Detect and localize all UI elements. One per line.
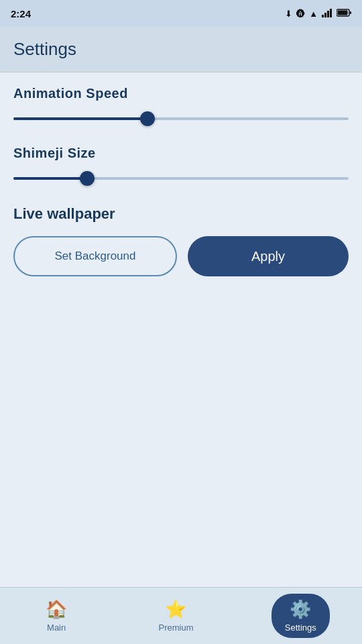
home-icon: 🏠 [46,599,67,620]
shimeji-size-thumb[interactable] [80,171,95,186]
svg-rect-1 [324,13,326,17]
download-icon: ⬇ [285,9,292,19]
gear-icon: ⚙️ [290,599,311,620]
shimeji-size-label: Shimeji Size [13,146,349,161]
battery-icon [337,9,351,19]
live-wallpaper-section: Live wallpaper Set Background Apply [13,205,349,276]
star-icon: ⭐ [165,599,186,620]
wallpaper-buttons-group: Set Background Apply [13,236,349,276]
nav-item-settings[interactable]: ⚙️ Settings [272,594,330,638]
shimeji-size-slider[interactable] [13,172,349,185]
svg-rect-5 [338,10,348,15]
status-bar: 2:24 ⬇ 🅐 ▲ [0,0,362,27]
wifi-icon: ▲ [309,9,318,19]
svg-rect-2 [327,11,329,17]
header: Settings [0,27,362,72]
page-title: Settings [13,39,76,59]
animation-speed-fill [13,117,147,120]
live-wallpaper-label: Live wallpaper [13,205,349,223]
svg-rect-0 [322,15,324,17]
bottom-navigation: 🏠 Main ⭐ Premium ⚙️ Settings [0,587,362,644]
animation-speed-label: Animation Speed [13,86,349,101]
nav-item-premium[interactable]: ⭐ Premium [145,594,206,638]
nav-label-settings: Settings [285,623,316,633]
animation-speed-thumb[interactable] [140,111,155,126]
nav-label-premium: Premium [158,623,193,633]
nav-label-main: Main [47,623,66,633]
animation-speed-slider[interactable] [13,112,349,125]
shimeji-size-fill [13,177,87,180]
main-content: Animation Speed Shimeji Size Live wallpa… [0,72,362,586]
shimeji-size-track [13,177,349,180]
shimeji-size-section: Shimeji Size [13,146,349,185]
set-background-button[interactable]: Set Background [13,236,177,276]
animation-speed-section: Animation Speed [13,86,349,125]
apply-button[interactable]: Apply [188,236,349,276]
notification-icon: 🅐 [296,9,305,19]
svg-rect-6 [350,11,351,14]
svg-rect-3 [330,9,332,17]
animation-speed-track [13,117,349,120]
status-icons: ⬇ 🅐 ▲ [285,8,351,19]
signal-icon [322,8,333,19]
status-time: 2:24 [11,8,31,19]
nav-item-main[interactable]: 🏠 Main [32,594,80,638]
